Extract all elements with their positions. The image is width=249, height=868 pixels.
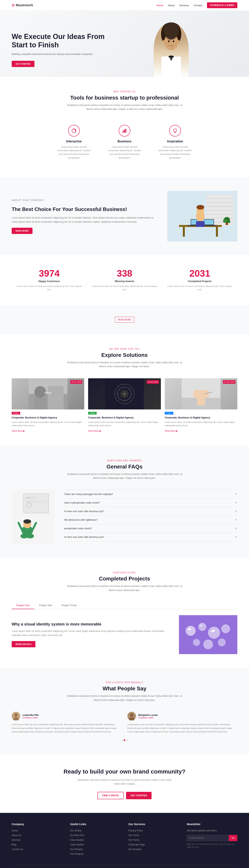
nav-link-services[interactable]: Services [179, 4, 189, 7]
footer-useful-1[interactable]: Our Stories [70, 829, 82, 832]
about-description: Lorem ipsum dolor sit amet consectetur a… [12, 216, 155, 224]
feature-interactive-desc: Lorem ipsum dolor sit amet consectetur a… [57, 145, 92, 160]
stat-completed-projects: 2031 Completed Projects Lorem ipsum dolo… [162, 265, 237, 295]
explore-label: WE ARE HERE FOR YOU [12, 348, 237, 350]
projects-title: Completed Projects [12, 576, 237, 582]
logo: ⊙ Masterwork [12, 3, 33, 7]
svg-point-4 [169, 56, 174, 58]
dot-3[interactable] [127, 739, 128, 741]
footer-link-blog[interactable]: Blog [12, 843, 16, 846]
mid-section: READ MORE [0, 305, 249, 334]
footer-link-about[interactable]: About Us [12, 834, 21, 837]
business-icon [119, 125, 130, 136]
footer-useful-4[interactable]: Case Studies [70, 843, 84, 846]
faq-item-1[interactable]: There are many passages but the majority… [64, 490, 237, 498]
svg-point-37 [223, 219, 227, 223]
newsletter-subscribe-button[interactable]: Go [229, 835, 237, 841]
about-title: The Best Choice For Your Successful Busi… [12, 206, 155, 213]
dot-2[interactable] [124, 739, 125, 741]
projects-description: Vestibulum ante ipsum primis in faucibus… [66, 584, 183, 592]
faq-label: QUESTIONS AND ANSWERS [12, 460, 237, 462]
project-more-details-button[interactable]: MORE DETAILS [12, 641, 35, 647]
svg-point-69 [23, 519, 31, 524]
nav-link-home[interactable]: Home [156, 4, 164, 7]
card-tag-3: Project [165, 412, 173, 414]
svg-point-77 [208, 627, 220, 639]
project-tab-3[interactable]: Project Three [57, 602, 81, 609]
faq-item-3[interactable]: At vero eos iusto odio ducimus qui? ▼ [64, 507, 237, 516]
hero-section: We Execute Our Ideas From Start to Finis… [0, 11, 249, 77]
stat-desc-projects: Lorem ipsum dolor sit amet consectetur a… [166, 285, 234, 291]
hero-title: We Execute Our Ideas From Start to Finis… [12, 32, 105, 49]
testimonial-dots [12, 739, 237, 741]
footer-service-4[interactable]: Corporate Page [129, 843, 145, 846]
explore-section: WE ARE HERE FOR YOU Explore Solutions Ve… [0, 334, 249, 446]
card-desc-1: Lorem ipsum dolor sit amet consectetur a… [12, 421, 84, 427]
faq-item-4[interactable]: We denounce with righteous? ▼ [64, 516, 237, 524]
faq-arrow-6: ▼ [235, 536, 237, 538]
faq-item-2[interactable]: Sed ut perspiciatis unde omnis? ▼ [64, 498, 237, 507]
faq-question-2: Sed ut perspiciatis unde omnis? [64, 501, 100, 504]
svg-point-5 [163, 40, 166, 44]
footer-useful-2[interactable]: Our Best Five [70, 834, 84, 837]
dot-1[interactable] [121, 739, 122, 741]
solution-card-3: 29 Jan, 2020 Project Corporate, Business… [165, 378, 237, 432]
testimonial-name-1: Ludovika Pils [23, 714, 39, 716]
footer-link-contact[interactable]: Contact Us [12, 848, 23, 851]
mid-read-more-link[interactable]: READ MORE [115, 317, 134, 322]
footer-service-1[interactable]: Privacy Policy [129, 829, 143, 832]
faq-item-5[interactable]: perspiciatis unde omnis? ▼ [64, 524, 237, 533]
schedule-demo-button[interactable]: SCHEDULE A DEMO [207, 2, 237, 8]
footer-service-3[interactable]: Our Terms [129, 839, 139, 841]
footer-link-services[interactable]: Services [12, 839, 21, 841]
explore-title: Explore Solutions [12, 352, 237, 358]
logo-text: Masterwork [16, 3, 33, 7]
solution-card-2: 15 Apr, 2020 Project Corporate, Business… [88, 378, 161, 432]
svg-rect-42 [34, 398, 46, 409]
testimonial-role-2: Company Label [138, 716, 158, 719]
testimonial-2: Benjamin Lucas Company Label Lorem ipsum… [128, 712, 237, 734]
show-more-1[interactable]: Show More ▶ [12, 430, 84, 432]
card-title-3: Corporate, Business & Digital Agency [165, 416, 237, 419]
newsletter-email-input[interactable] [187, 835, 229, 841]
svg-rect-11 [122, 131, 123, 133]
faq-item-6[interactable]: At vero eos iusto odio ducimus qui? ▼ [64, 533, 237, 541]
footer-newsletter: Newsletter Get latest updates and offers… [187, 823, 237, 857]
nav-link-about[interactable]: About [168, 4, 175, 7]
svg-rect-32 [196, 221, 205, 227]
project-tab-2[interactable]: Project Two [34, 602, 57, 609]
testimonial-info-2: Benjamin Lucas Company Label [138, 714, 158, 719]
tools-description: Vestibulum ante ipsum primis in faucibus… [66, 103, 183, 111]
nav-link-contact[interactable]: Contact [193, 4, 202, 7]
faq-arrow-5: ▼ [235, 527, 237, 530]
footer-service-2[interactable]: Our Terms [129, 834, 139, 837]
about-content: ABOUT OUR COMPANY The Best Choice For Yo… [12, 198, 155, 234]
about-image [167, 191, 237, 242]
card-image-2: 15 Apr, 2020 [88, 378, 161, 409]
person-avatar-2 [128, 712, 136, 720]
stat-label-customers: Happy Customers [15, 280, 83, 283]
footer-services: Our Services Privacy Policy Our Terms Ou… [129, 823, 179, 857]
stat-desc-customers: Lorem ipsum dolor sit amet consectetur a… [15, 285, 83, 291]
show-more-3[interactable]: Show More ▶ [165, 430, 237, 432]
svg-point-78 [221, 624, 230, 633]
show-more-2[interactable]: Show More ▶ [88, 430, 161, 432]
footer-useful-5[interactable]: Our Peoples [70, 848, 83, 851]
footer-service-5[interactable]: Our Peoples [129, 848, 141, 851]
svg-rect-57 [197, 396, 205, 406]
footer-services-title: Our Services [129, 823, 179, 826]
card-tag-2: Project [88, 412, 97, 414]
find-space-button[interactable]: FIND A SPACE [98, 792, 124, 799]
svg-text:think ✓ ✗: think ✓ ✗ [26, 497, 35, 499]
project-tab-1[interactable]: Project One [12, 602, 34, 609]
about-read-more-button[interactable]: READ MORE [12, 228, 33, 234]
footer-useful-6[interactable]: Find Projects [70, 852, 84, 855]
project-tabs: Project One Project Two Project Three [12, 602, 237, 609]
card-image-1: Photo 26 Apr, 2020 [12, 378, 84, 409]
hero-cta-button[interactable]: GET STARTED [12, 61, 34, 67]
get-started-button[interactable]: GET STARTED [126, 792, 152, 799]
faq-section: QUESTIONS AND ANSWERS General FAQs Vesti… [0, 446, 249, 558]
footer-useful-3[interactable]: Case Studies [70, 839, 84, 841]
project-item-description: Lorem ipsum dolor sit amet consectetur a… [12, 629, 171, 637]
footer-link-home[interactable]: Home [12, 829, 18, 832]
